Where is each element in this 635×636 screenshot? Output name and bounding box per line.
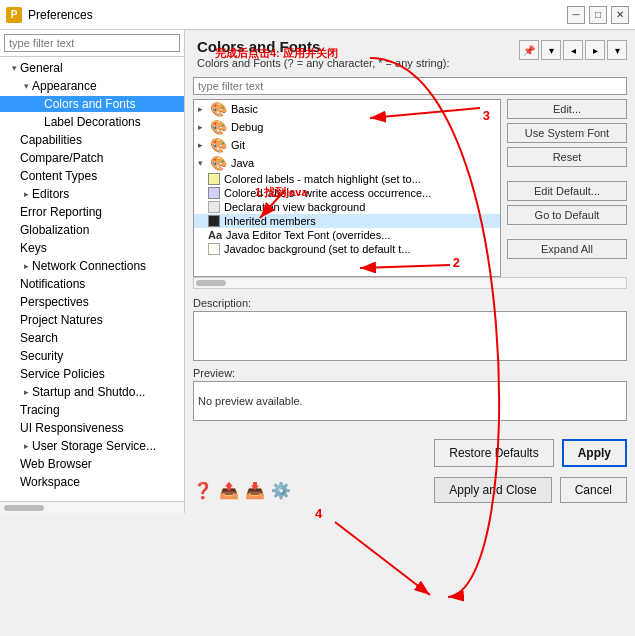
sidebar-hscroll-thumb[interactable] [4, 505, 44, 511]
arrow-git: ▸ [198, 140, 208, 150]
swatch-inherited-members [208, 215, 220, 227]
tree-item-git[interactable]: ▸ 🎨 Git [194, 136, 500, 154]
back-icon[interactable]: ◂ [563, 40, 583, 60]
no-preview-text: No preview available. [198, 395, 303, 407]
sidebar-item-colors-fonts[interactable]: Colors and Fonts [0, 95, 184, 113]
label-declaration-view: Declaration view background [224, 201, 365, 213]
swatch-javadoc-bg [208, 243, 220, 255]
settings-icon[interactable]: ⚙️ [271, 481, 291, 500]
swatch-colored-labels-write [208, 187, 220, 199]
swatch-colored-labels-match [208, 173, 220, 185]
sidebar-item-general[interactable]: ▾ General [0, 59, 184, 77]
window-title: Preferences [28, 8, 567, 22]
sidebar-item-project-natures[interactable]: Project Natures [0, 311, 184, 329]
sidebar-label-appearance: Appearance [32, 79, 97, 93]
sidebar-item-ui-responsiveness[interactable]: UI Responsiveness [0, 419, 184, 437]
swatch-declaration-view [208, 201, 220, 213]
tree-item-java[interactable]: ▾ 🎨 Java [194, 154, 500, 172]
expand-arrow-editors: ▸ [20, 188, 32, 200]
apply-button[interactable]: Apply [562, 439, 627, 467]
tree-item-basic[interactable]: ▸ 🎨 Basic [194, 100, 500, 118]
sidebar-item-search[interactable]: Search [0, 329, 184, 347]
minimize-button[interactable]: ─ [567, 6, 585, 24]
preview-label: Preview: [193, 367, 627, 379]
go-to-default-button[interactable]: Go to Default [507, 205, 627, 225]
sidebar-hscroll[interactable] [0, 501, 184, 513]
sidebar-item-startup[interactable]: ▸ Startup and Shutdo... [0, 383, 184, 401]
sidebar-label-tracing: Tracing [20, 403, 60, 417]
sidebar-item-compare-patch[interactable]: Compare/Patch [0, 149, 184, 167]
sidebar-item-editors[interactable]: ▸ Editors [0, 185, 184, 203]
reset-button[interactable]: Reset [507, 147, 627, 167]
sidebar-label-notifications: Notifications [20, 277, 85, 291]
close-button[interactable]: ✕ [611, 6, 629, 24]
sidebar-item-service-policies[interactable]: Service Policies [0, 365, 184, 383]
export-icon[interactable]: 📤 [219, 481, 239, 500]
tree-item-inherited-members[interactable]: Inherited members [194, 214, 500, 228]
sidebar-item-user-storage[interactable]: ▸ User Storage Service... [0, 437, 184, 455]
sidebar-item-keys[interactable]: Keys [0, 239, 184, 257]
sidebar-item-content-types[interactable]: Content Types [0, 167, 184, 185]
maximize-button[interactable]: □ [589, 6, 607, 24]
use-system-font-button[interactable]: Use System Font [507, 123, 627, 143]
tree-item-javadoc-bg[interactable]: Javadoc background (set to default t... [194, 242, 500, 256]
expand-all-button[interactable]: Expand All [507, 239, 627, 259]
sidebar-filter-area [0, 30, 184, 57]
sidebar-label-user-storage: User Storage Service... [32, 439, 156, 453]
tree-item-debug[interactable]: ▸ 🎨 Debug [194, 118, 500, 136]
edit-button[interactable]: Edit... [507, 99, 627, 119]
sidebar-label-perspectives: Perspectives [20, 295, 89, 309]
sidebar-label-security: Security [20, 349, 63, 363]
tree-hscroll-thumb[interactable] [196, 280, 226, 286]
main-area: ▾ General ▾ Appearance Colors and Fonts [0, 30, 635, 513]
content-panel: Colors and Fonts Colors and Fonts (? = a… [185, 30, 635, 513]
tree-item-java-editor-text[interactable]: Aa Java Editor Text Font (overrides... [194, 228, 500, 242]
sidebar-label-keys: Keys [20, 241, 47, 255]
sidebar-item-perspectives[interactable]: Perspectives [0, 293, 184, 311]
import-icon[interactable]: 📥 [245, 481, 265, 500]
tree-item-colored-labels-write[interactable]: Colored labels - write access occurrence… [194, 186, 500, 200]
tree-hscroll[interactable] [193, 277, 627, 289]
pin-icon[interactable]: 📌 [519, 40, 539, 60]
title-bar: P Preferences ─ □ ✕ [0, 0, 635, 30]
tree-panel: ▸ 🎨 Basic ▸ 🎨 Debug ▸ 🎨 Git [185, 99, 635, 277]
sidebar-item-capabilities[interactable]: Capabilities [0, 131, 184, 149]
edit-default-button[interactable]: Edit Default... [507, 181, 627, 201]
sidebar-item-notifications[interactable]: Notifications [0, 275, 184, 293]
label-inherited-members: Inherited members [224, 215, 316, 227]
aa-indicator: Aa [208, 229, 222, 241]
restore-defaults-button[interactable]: Restore Defaults [434, 439, 553, 467]
more-icon[interactable]: ▾ [607, 40, 627, 60]
sidebar-label-ui-responsiveness: UI Responsiveness [20, 421, 123, 435]
sidebar-item-globalization[interactable]: Globalization [0, 221, 184, 239]
cancel-button[interactable]: Cancel [560, 477, 627, 503]
help-icon[interactable]: ❓ [193, 481, 213, 500]
label-java: Java [231, 157, 254, 169]
sidebar-label-editors: Editors [32, 187, 69, 201]
tree-item-colored-labels-match[interactable]: Colored labels - match highlight (set to… [194, 172, 500, 186]
apply-and-close-button[interactable]: Apply and Close [434, 477, 551, 503]
sidebar-item-appearance[interactable]: ▾ Appearance [0, 77, 184, 95]
expand-arrow-network: ▸ [20, 260, 32, 272]
sidebar-item-security[interactable]: Security [0, 347, 184, 365]
sidebar-label-web-browser: Web Browser [20, 457, 92, 471]
tree-item-declaration-view[interactable]: Declaration view background [194, 200, 500, 214]
sidebar-item-tracing[interactable]: Tracing [0, 401, 184, 419]
sidebar-label-compare-patch: Compare/Patch [20, 151, 103, 165]
dropdown-icon[interactable]: ▾ [541, 40, 561, 60]
sidebar-item-label-deco[interactable]: Label Decorations [0, 113, 184, 131]
sidebar-item-error-reporting[interactable]: Error Reporting [0, 203, 184, 221]
content-subtitle: Colors and Fonts (? = any character, * =… [197, 57, 519, 69]
app-icon: P [6, 7, 22, 23]
sidebar-item-workspace[interactable]: Workspace [0, 473, 184, 491]
sidebar-filter-input[interactable] [4, 34, 180, 52]
label-debug: Debug [231, 121, 263, 133]
label-javadoc-bg: Javadoc background (set to default t... [224, 243, 411, 255]
colors-filter-input[interactable] [193, 77, 627, 95]
forward-icon[interactable]: ▸ [585, 40, 605, 60]
expand-arrow-appearance: ▾ [20, 80, 32, 92]
sidebar-item-network[interactable]: ▸ Network Connections [0, 257, 184, 275]
sidebar-item-web-browser[interactable]: Web Browser [0, 455, 184, 473]
bottom-row2: ❓ 📤 📥 ⚙️ Apply and Close Cancel [185, 471, 635, 513]
colors-tree: ▸ 🎨 Basic ▸ 🎨 Debug ▸ 🎨 Git [193, 99, 501, 277]
